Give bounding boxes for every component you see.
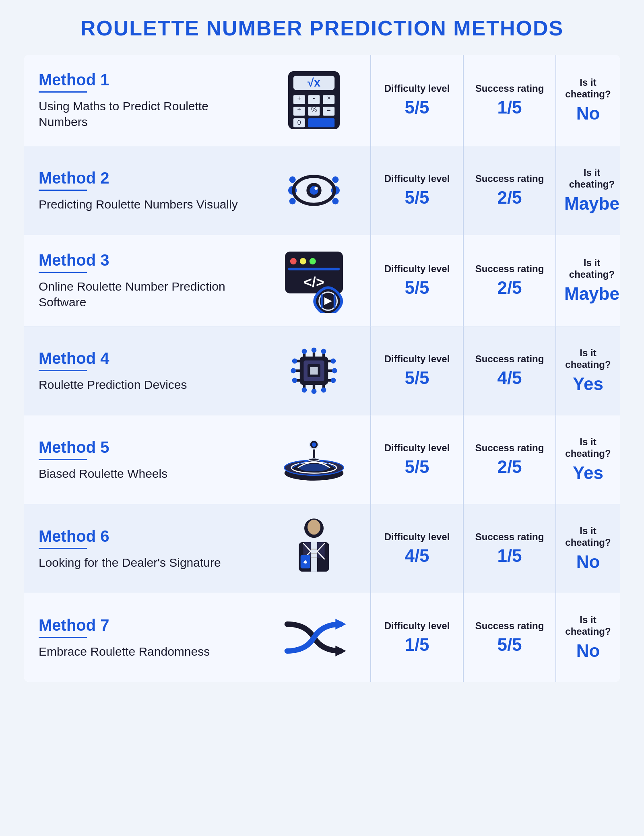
difficulty-col-1: Difficulty level 5/5 (370, 55, 463, 146)
svg-point-29 (290, 258, 297, 264)
svg-point-73 (312, 442, 316, 447)
method-icon-3: </> (258, 235, 370, 326)
svg-point-58 (321, 388, 326, 393)
cheating-col-5: Is it cheating? Yes (555, 415, 620, 504)
svg-text:♠: ♠ (303, 557, 308, 566)
svg-point-56 (302, 388, 307, 393)
cheating-col-3: Is it cheating? Maybe (555, 235, 620, 326)
method-label-5: Method 5 (39, 438, 243, 456)
difficulty-value-3: 5/5 (405, 278, 429, 298)
svg-point-57 (312, 389, 317, 394)
method-icon-5 (258, 415, 370, 504)
cheating-label-7: Is it cheating? (564, 614, 612, 638)
cheating-label-4: Is it cheating? (564, 347, 612, 371)
method-icon-1: √x + - × ÷ % = 0 (258, 55, 370, 146)
method-desc-1: Using Maths to Predict Roulette Numbers (39, 98, 243, 130)
method-row-4: Method 4 Roulette Prediction Devices (24, 326, 620, 415)
difficulty-value-7: 1/5 (405, 635, 429, 655)
svg-text:+: + (297, 95, 301, 101)
svg-point-22 (289, 198, 296, 204)
success-col-7: Success rating 5/5 (463, 593, 555, 682)
svg-point-23 (332, 198, 339, 204)
difficulty-value-4: 5/5 (405, 368, 429, 388)
success-label-7: Success rating (475, 620, 544, 632)
success-label-3: Success rating (475, 263, 544, 275)
method-desc-5: Biased Roulette Wheels (39, 466, 243, 481)
svg-point-31 (310, 258, 316, 264)
success-value-3: 2/5 (497, 278, 522, 298)
method-underline-1 (39, 91, 87, 93)
difficulty-col-7: Difficulty level 1/5 (370, 593, 463, 682)
difficulty-col-3: Difficulty level 5/5 (370, 235, 463, 326)
svg-point-30 (300, 258, 306, 264)
svg-text:0: 0 (297, 119, 301, 126)
difficulty-label-2: Difficulty level (384, 173, 450, 185)
svg-point-61 (292, 378, 297, 383)
cheating-value-3: Maybe (564, 284, 619, 304)
cheating-value-1: No (576, 103, 600, 124)
difficulty-label-6: Difficulty level (384, 531, 450, 543)
page-title: ROULETTE NUMBER PREDICTION METHODS (80, 16, 564, 40)
method-icon-6: ♠ (258, 504, 370, 593)
success-label-6: Success rating (475, 531, 544, 543)
cheating-value-6: No (576, 552, 600, 572)
svg-text:</>: </> (304, 274, 324, 290)
method-icon-4 (258, 326, 370, 415)
method-underline-6 (39, 548, 87, 549)
difficulty-label-3: Difficulty level (384, 263, 450, 275)
svg-point-64 (331, 378, 336, 383)
method-col-4: Method 4 Roulette Prediction Devices (24, 326, 258, 415)
method-row-6: Method 6 Looking for the Dealer's Signat… (24, 504, 620, 593)
success-value-5: 2/5 (497, 457, 522, 477)
success-value-1: 1/5 (497, 97, 522, 118)
difficulty-value-6: 4/5 (405, 546, 429, 566)
success-col-3: Success rating 2/5 (463, 235, 555, 326)
svg-text:-: - (313, 95, 315, 101)
difficulty-label-7: Difficulty level (384, 620, 450, 632)
method-row-7: Method 7 Embrace Roulette Randomness Dif… (24, 593, 620, 682)
svg-rect-78 (311, 542, 317, 572)
svg-marker-84 (335, 619, 346, 630)
method-underline-4 (39, 370, 87, 371)
success-col-6: Success rating 1/5 (463, 504, 555, 593)
cheating-col-2: Is it cheating? Maybe (555, 146, 620, 235)
success-col-4: Success rating 4/5 (463, 326, 555, 415)
svg-point-53 (302, 349, 307, 354)
method-desc-4: Roulette Prediction Devices (39, 377, 243, 392)
cheating-label-1: Is it cheating? (564, 77, 612, 100)
cheating-value-5: Yes (573, 463, 603, 483)
method-icon-2 (258, 146, 370, 235)
method-label-6: Method 6 (39, 527, 243, 545)
success-col-5: Success rating 2/5 (463, 415, 555, 504)
svg-text:√x: √x (308, 76, 320, 89)
success-value-2: 2/5 (497, 188, 522, 208)
difficulty-value-2: 5/5 (405, 188, 429, 208)
method-row-5: Method 5 Biased Roulette Wheels Difficul… (24, 415, 620, 504)
method-row-3: Method 3 Online Roulette Number Predicti… (24, 235, 620, 326)
success-label-5: Success rating (475, 442, 544, 454)
method-underline-2 (39, 190, 87, 191)
method-underline-5 (39, 459, 87, 460)
svg-text:÷: ÷ (297, 106, 301, 113)
svg-marker-85 (335, 646, 346, 656)
cheating-col-1: Is it cheating? No (555, 55, 620, 146)
cheating-col-7: Is it cheating? No (555, 593, 620, 682)
cheating-value-2: Maybe (564, 194, 619, 214)
success-label-1: Success rating (475, 83, 544, 95)
cheating-label-2: Is it cheating? (564, 167, 619, 190)
svg-point-63 (332, 368, 337, 374)
method-col-7: Method 7 Embrace Roulette Randomness (24, 593, 258, 682)
success-col-2: Success rating 2/5 (463, 146, 555, 235)
method-desc-6: Looking for the Dealer's Signature (39, 555, 243, 570)
method-desc-2: Predicting Roulette Numbers Visually (39, 196, 243, 212)
svg-rect-10 (308, 118, 335, 127)
method-row-2: Method 2 Predicting Roulette Numbers Vis… (24, 146, 620, 235)
svg-point-55 (321, 349, 326, 354)
svg-point-21 (332, 176, 339, 183)
svg-rect-81 (311, 557, 317, 558)
method-col-6: Method 6 Looking for the Dealer's Signat… (24, 504, 258, 593)
method-label-3: Method 3 (39, 251, 243, 269)
svg-point-54 (312, 347, 317, 353)
method-col-3: Method 3 Online Roulette Number Predicti… (24, 235, 258, 326)
difficulty-col-4: Difficulty level 5/5 (370, 326, 463, 415)
